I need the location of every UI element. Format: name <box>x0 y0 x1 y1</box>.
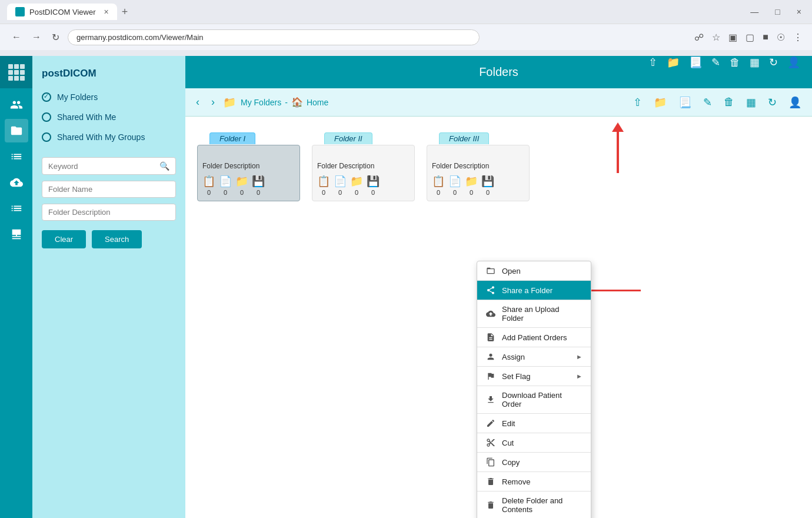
shared-with-groups-label: Shared With My Groups <box>57 132 145 142</box>
user-header-icon[interactable]: 👤 <box>787 56 800 69</box>
edit-header-icon[interactable]: ✎ <box>711 56 720 69</box>
pip-icon[interactable]: ▣ <box>728 32 737 43</box>
folders-area: Folder I Folder Description 📋 0 📄 0 <box>185 117 812 518</box>
view-header-icon[interactable]: ▦ <box>750 56 760 69</box>
rail-analytics-icon[interactable] <box>5 197 28 220</box>
ctx-share-upload[interactable]: Share an Upload Folder <box>477 300 591 327</box>
nav-back-btn[interactable]: ‹ <box>192 94 203 111</box>
action-refresh-btn[interactable]: ↻ <box>764 94 780 111</box>
share-header-icon[interactable]: ⇧ <box>648 56 657 69</box>
window-controls: — □ × <box>747 6 805 18</box>
url-input[interactable] <box>68 29 480 45</box>
nav-shared-with-groups[interactable]: Shared With My Groups <box>42 131 176 143</box>
ctx-open[interactable]: Open <box>477 261 591 280</box>
arrow-head <box>612 122 624 132</box>
action-user-btn[interactable]: 👤 <box>785 94 805 111</box>
rail-monitor-icon[interactable] <box>5 223 28 246</box>
folder-name-input[interactable] <box>42 181 176 198</box>
forward-btn[interactable]: → <box>29 31 44 44</box>
new-tab-btn[interactable]: + <box>122 6 128 18</box>
delete-header-icon[interactable]: 🗑 <box>730 57 740 69</box>
folder-nav: ‹ › 📁 My Folders - 🏠 Home ⇧ 📁 📃 ✎ 🗑 ▦ ↻ … <box>185 88 812 117</box>
main-content: ⇧ 📁 📃 ✎ 🗑 ▦ ↻ 👤 Folders ‹ › 📁 My Folders… <box>185 56 812 518</box>
folder-card-3[interactable]: Folder III Folder Description 📋 0 📄 0 <box>427 145 530 201</box>
nav-shared-with-me[interactable]: Shared With Me <box>42 111 176 123</box>
rail-users-icon[interactable] <box>5 93 28 117</box>
my-folders-icon <box>42 92 51 102</box>
ctx-copy-label: Copy <box>502 458 520 467</box>
browser-tab[interactable]: PostDICOM Viewer × <box>7 4 117 20</box>
tab-close-btn[interactable]: × <box>104 7 108 16</box>
ctx-share-folder-label: Share a Folder <box>502 286 553 295</box>
action-delete-btn[interactable]: 🗑 <box>720 94 738 111</box>
folder-1-wrapper: Folder I Folder Description 📋 0 📄 0 <box>197 145 300 201</box>
extensions-icon[interactable]: ▢ <box>746 32 754 43</box>
action-new-folder-btn[interactable]: 📃 <box>675 94 695 111</box>
folder-2-wrapper: Folder II Folder Description 📋 0 📄 0 <box>312 145 415 201</box>
tab-title: PostDICOM Viewer <box>29 8 95 16</box>
ctx-copy-icon <box>485 457 496 467</box>
folder-2-icon-1: 📋 0 <box>317 175 330 196</box>
folder-1-icon-2: 📄 0 <box>219 175 232 196</box>
menu-icon[interactable]: ⋮ <box>793 32 803 43</box>
ctx-assign[interactable]: Assign ► <box>477 347 591 366</box>
profile-icon[interactable]: ☉ <box>777 32 785 43</box>
folder-nav-actions: ⇧ 📁 📃 ✎ 🗑 ▦ ↻ 👤 <box>630 94 805 111</box>
nav-my-folders[interactable]: My Folders <box>42 91 176 103</box>
add-folder-icon[interactable]: 📃 <box>689 56 702 69</box>
folder-3-desc: Folder Description <box>432 162 524 170</box>
ctx-delete-folder[interactable]: Delete Folder and Contents <box>477 492 591 518</box>
ctx-assign-icon <box>485 352 496 361</box>
ctx-cut-label: Cut <box>502 439 514 447</box>
reload-btn[interactable]: ↻ <box>49 31 62 44</box>
folder-card-1[interactable]: Folder I Folder Description 📋 0 📄 0 <box>197 145 300 201</box>
folder-1-desc: Folder Description <box>202 162 295 170</box>
ctx-copy[interactable]: Copy <box>477 453 591 471</box>
ctx-add-patient-orders[interactable]: Add Patient Orders <box>477 328 591 347</box>
my-folders-label: My Folders <box>57 92 98 102</box>
ctx-remove[interactable]: Remove <box>477 472 591 491</box>
win-minimize[interactable]: — <box>747 6 762 18</box>
action-view-btn[interactable]: ▦ <box>743 94 760 111</box>
rail-upload-icon[interactable] <box>5 171 28 194</box>
main-header: ⇧ 📁 📃 ✎ 🗑 ▦ ↻ 👤 Folders <box>185 56 812 88</box>
keyword-input[interactable] <box>48 162 156 171</box>
folder-1-inner: Folder Description 📋 0 📄 0 📁 <box>198 156 299 201</box>
folder-header-icon[interactable]: 📁 <box>667 56 680 69</box>
ctx-edit-icon <box>485 419 496 428</box>
folder-card-2[interactable]: Folder II Folder Description 📋 0 📄 0 <box>312 145 415 201</box>
action-share-btn[interactable]: ⇧ <box>630 94 645 111</box>
ctx-download[interactable]: Download Patient Order <box>477 386 591 413</box>
ctx-flag-label: Set Flag <box>502 372 530 381</box>
ctx-cut[interactable]: Cut <box>477 433 591 452</box>
refresh-header-icon[interactable]: ↻ <box>769 56 778 69</box>
rail-folders-icon[interactable] <box>5 119 28 142</box>
folder-desc-input[interactable] <box>42 204 176 221</box>
icon-rail <box>0 56 32 518</box>
win-maximize[interactable]: □ <box>771 6 783 18</box>
ctx-edit[interactable]: Edit <box>477 414 591 433</box>
folder-tab-1: Folder I <box>209 132 255 144</box>
rail-list-icon[interactable] <box>5 145 28 168</box>
action-edit-btn[interactable]: ✎ <box>700 94 716 111</box>
ctx-set-flag[interactable]: Set Flag ► <box>477 367 591 386</box>
breadcrumb-home[interactable]: Home <box>307 98 328 107</box>
folder-3-wrapper: Folder III Folder Description 📋 0 📄 0 <box>427 145 530 201</box>
search-button[interactable]: Search <box>92 230 142 248</box>
nav-forward-btn[interactable]: › <box>208 94 218 111</box>
ctx-remove-icon <box>485 477 496 486</box>
ctx-share-folder[interactable]: Share a Folder <box>477 281 591 300</box>
folder-2-icons: 📋 0 📄 0 📁 0 <box>317 175 410 196</box>
browser-chrome: PostDICOM Viewer × + — □ × ← → ↻ ☍ ☆ ▣ ▢… <box>0 0 812 56</box>
clear-button[interactable]: Clear <box>42 230 86 248</box>
translate-icon[interactable]: ☍ <box>694 32 704 43</box>
sidebar-icon[interactable]: ■ <box>763 32 768 43</box>
back-btn[interactable]: ← <box>9 31 24 44</box>
win-close[interactable]: × <box>793 6 805 18</box>
bookmark-icon[interactable]: ☆ <box>712 32 720 43</box>
folder-2-inner: Folder Description 📋 0 📄 0 📁 <box>312 156 414 201</box>
action-folder-btn[interactable]: 📁 <box>650 94 670 111</box>
folder-3-icon-4: 💾 0 <box>481 175 494 196</box>
logo-text: postDICOM <box>42 68 176 79</box>
breadcrumb-my-folders[interactable]: My Folders <box>241 98 281 107</box>
